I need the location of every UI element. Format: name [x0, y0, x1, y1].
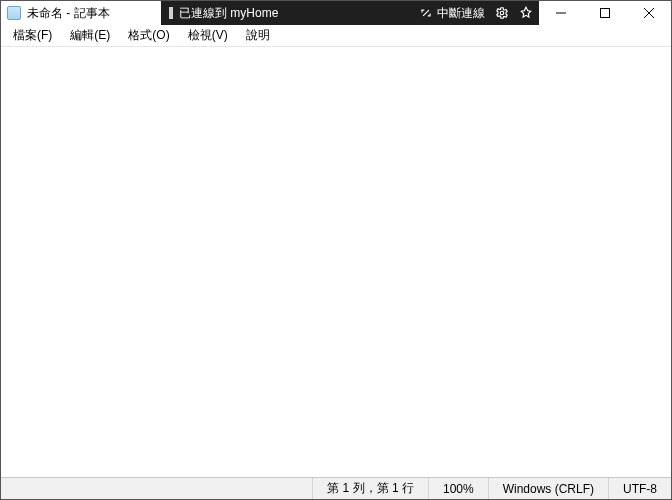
title-bar: 未命名 - 記事本 已連線到 myHome 中斷連線 [1, 1, 671, 25]
plug-icon [419, 6, 433, 20]
status-encoding: UTF-8 [609, 478, 671, 499]
notepad-icon [7, 6, 21, 20]
remote-handle-icon [169, 7, 173, 19]
svg-rect-2 [601, 9, 610, 18]
status-line-ending: Windows (CRLF) [489, 478, 609, 499]
svg-point-0 [500, 11, 504, 15]
status-zoom: 100% [429, 478, 489, 499]
minimize-icon [556, 8, 566, 18]
close-button[interactable] [627, 1, 671, 25]
remote-status-text: 已連線到 myHome [179, 5, 278, 22]
menu-bar: 檔案(F) 編輯(E) 格式(O) 檢視(V) 說明 [1, 25, 671, 47]
status-position: 第 1 列，第 1 行 [313, 478, 429, 499]
pin-button[interactable] [519, 6, 533, 20]
menu-edit[interactable]: 編輯(E) [62, 25, 118, 46]
menu-help[interactable]: 說明 [238, 25, 278, 46]
title-left: 未命名 - 記事本 [1, 1, 161, 25]
close-icon [644, 8, 654, 18]
remote-controls: 中斷連線 [413, 1, 539, 25]
gear-icon [495, 6, 509, 20]
status-spacer [1, 478, 313, 499]
menu-view[interactable]: 檢視(V) [180, 25, 236, 46]
disconnect-label: 中斷連線 [437, 5, 485, 22]
maximize-icon [600, 8, 610, 18]
text-editor[interactable] [1, 47, 671, 477]
editor-area [1, 47, 671, 477]
remote-bar: 已連線到 myHome [161, 1, 413, 25]
app-title: 未命名 - 記事本 [27, 5, 110, 22]
settings-button[interactable] [495, 6, 509, 20]
window-controls [539, 1, 671, 25]
disconnect-button[interactable]: 中斷連線 [419, 5, 485, 22]
pin-icon [519, 6, 533, 20]
minimize-button[interactable] [539, 1, 583, 25]
maximize-button[interactable] [583, 1, 627, 25]
menu-format[interactable]: 格式(O) [120, 25, 177, 46]
menu-file[interactable]: 檔案(F) [5, 25, 60, 46]
status-bar: 第 1 列，第 1 行 100% Windows (CRLF) UTF-8 [1, 477, 671, 499]
